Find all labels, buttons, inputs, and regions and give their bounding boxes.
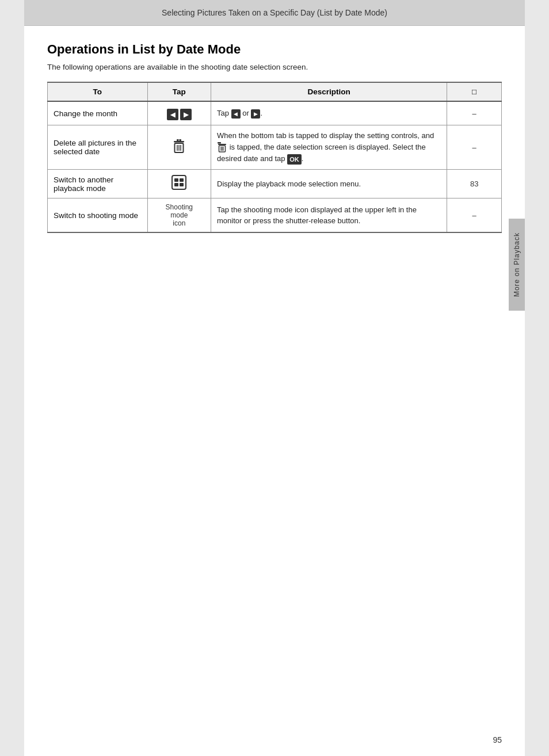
row-tap-shooting: Shootingmodeicon: [147, 198, 211, 233]
inline-left-arrow: ◀: [231, 109, 241, 119]
nav-arrows-icon: ◀▶: [167, 109, 192, 120]
page-header: Selecting Pictures Taken on a Specific D…: [24, 0, 525, 26]
page-wrapper: Selecting Pictures Taken on a Specific D…: [24, 0, 525, 756]
row-tap-playback: [147, 170, 211, 198]
side-tab: More on Playback: [509, 219, 525, 311]
svg-rect-15: [180, 178, 184, 182]
inline-right-arrow: ▶: [251, 109, 260, 119]
row-ref-shooting: –: [447, 198, 502, 233]
svg-rect-14: [174, 178, 178, 182]
row-desc-shooting: Tap the shooting mode icon displayed at …: [211, 198, 447, 233]
svg-rect-13: [172, 175, 186, 189]
row-to-playback: Switch to another playback mode: [48, 170, 148, 198]
col-header-tap: Tap: [147, 82, 211, 101]
side-tab-label: More on Playback: [513, 232, 521, 297]
row-to-shooting: Switch to shooting mode: [48, 198, 148, 233]
trash-icon: [171, 138, 186, 157]
row-ref-change-month: –: [447, 101, 502, 125]
col-header-description: Description: [211, 82, 447, 101]
shooting-mode-label: Shootingmodeicon: [154, 203, 205, 227]
svg-rect-7: [218, 144, 226, 145]
row-to-delete: Delete all pictures in the selected date: [48, 125, 148, 170]
svg-rect-17: [180, 183, 184, 186]
row-desc-playback: Display the playback mode selection menu…: [211, 170, 447, 198]
playback-mode-icon: [171, 180, 187, 193]
table-row: Change the month ◀▶ Tap ◀ or ▶. –: [48, 101, 502, 125]
operations-table: To Tap Description □ Change the month ◀▶: [47, 82, 502, 233]
row-ref-delete: –: [447, 125, 502, 170]
table-row: Delete all pictures in the selected date: [48, 125, 502, 170]
svg-rect-16: [174, 183, 178, 186]
section-intro: The following operations are available i…: [47, 63, 502, 71]
row-tap-change-month: ◀▶: [147, 101, 211, 125]
table-header-row: To Tap Description □: [48, 82, 502, 101]
section-title: Operations in List by Date Mode: [47, 42, 502, 57]
svg-rect-8: [218, 142, 221, 144]
row-desc-delete: When the bottom tab is tapped to display…: [211, 125, 447, 170]
header-title: Selecting Pictures Taken on a Specific D…: [162, 8, 387, 17]
page-number: 95: [493, 735, 502, 744]
svg-rect-0: [174, 141, 184, 143]
svg-point-6: [178, 139, 180, 140]
nav-left-icon: ◀: [167, 109, 178, 120]
ok-badge: OK: [287, 154, 302, 165]
row-tap-delete: [147, 125, 211, 170]
row-desc-change-month: Tap ◀ or ▶.: [211, 101, 447, 125]
row-ref-playback: 83: [447, 170, 502, 198]
row-to-change-month: Change the month: [48, 101, 148, 125]
table-row: Switch to another playback mode: [48, 170, 502, 198]
content-area: Operations in List by Date Mode The foll…: [24, 26, 525, 256]
col-header-ref: □: [447, 82, 502, 101]
table-row: Switch to shooting mode Shootingmodeicon…: [48, 198, 502, 233]
nav-right-icon: ▶: [180, 109, 192, 120]
col-header-to: To: [48, 82, 148, 101]
